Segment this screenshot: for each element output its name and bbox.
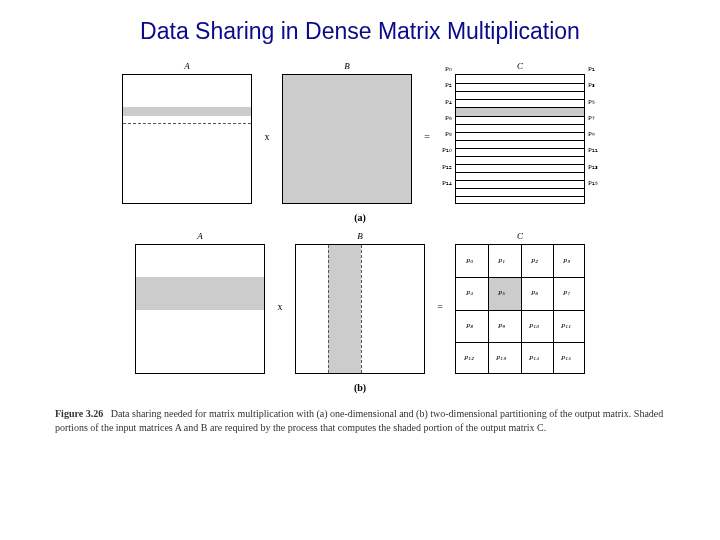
dashed-B-l [328,245,329,373]
cell: P₁₀ [529,322,539,330]
cell: P₇ [563,289,570,297]
times-op-a: x [262,61,272,142]
dashed-A [123,123,251,124]
cell: P₅ [498,289,505,297]
cell: P₁₃ [496,354,506,362]
cell: P₁ [498,257,505,265]
times-op-b: x [275,231,285,312]
cell: P₁₁ [561,322,571,330]
matrix-B-b: B [295,231,425,374]
box-A-a [122,74,252,204]
plabel: P₇ [588,114,598,122]
label-C2: C [517,231,523,241]
label-A: A [184,61,190,71]
c-labels-left: P₀ P₂ P₄ P₆ P₈ P₁₀ P₁₂ P₁₄ [442,61,452,191]
plabel: P₁₅ [588,179,598,187]
box-B-b [295,244,425,374]
box-B-a [282,74,412,204]
plabel: P₈ [442,130,452,138]
cell: P₂ [531,257,538,265]
cell: P₁₅ [561,354,571,362]
caption-figno: Figure 3.26 [55,408,103,419]
page-title: Data Sharing in Dense Matrix Multiplicat… [0,0,720,53]
sub-a: (a) [55,212,665,223]
plabel: P₀ [442,65,452,73]
equals-op-a: = [422,61,432,142]
shade-A-rowblock [136,277,264,310]
plabel: P₁₀ [442,146,452,154]
plabel: P₃ [588,81,598,89]
matrix-C-b: C P₀ P₁ P₂ P₃ P₄ P₅ P₆ P₇ P₈ P₉ P₁₀ P₁₁ … [455,231,585,374]
box-C-a [455,74,585,204]
matrix-C-a-wrap: P₀ P₂ P₄ P₆ P₈ P₁₀ P₁₂ P₁₄ C [442,61,598,204]
cell: P₁₄ [529,354,539,362]
plabel: P₅ [588,98,598,106]
plabel: P₂ [442,81,452,89]
plabel: P₁ [588,65,598,73]
label-A2: A [197,231,203,241]
plabel: P₄ [442,98,452,106]
caption-text: Data sharing needed for matrix multiplic… [55,408,663,433]
plabel: P₆ [442,114,452,122]
shade-C-row [456,107,584,116]
cell: P₉ [498,322,505,330]
figure-caption: Figure 3.26 Data sharing needed for matr… [0,393,720,434]
figure-area: A x B = P₀ P₂ P₄ P₆ P₈ P₁₀ P₁₂ P₁₄ [0,61,720,393]
shade-B-colblock [328,245,361,373]
plabel: P₁₂ [442,163,452,171]
plabel: P₁₁ [588,146,598,154]
cell: P₁₂ [464,354,474,362]
label-B: B [344,61,350,71]
cell: P₀ [466,257,473,265]
cell: P₄ [466,289,473,297]
c-labels-right: P₁ P₃ P₅ P₇ P₉ P₁₁ P₁₃ P₁₅ [588,61,598,191]
box-A-b [135,244,265,374]
plabel: P₉ [588,130,598,138]
plabel: P₁₃ [588,163,598,171]
cell: P₆ [531,289,538,297]
matrix-B-a: B [282,61,412,204]
shade-A-row [123,107,251,116]
row-a: A x B = P₀ P₂ P₄ P₆ P₈ P₁₀ P₁₂ P₁₄ [55,61,665,204]
cell: P₈ [466,322,473,330]
matrix-A-b: A [135,231,265,374]
matrix-A-a: A [122,61,252,204]
box-C-b: P₀ P₁ P₂ P₃ P₄ P₅ P₆ P₇ P₈ P₉ P₁₀ P₁₁ P₁… [455,244,585,374]
plabel: P₁₄ [442,179,452,187]
sub-b: (b) [55,382,665,393]
equals-op-b: = [435,231,445,312]
dashed-B-r [361,245,362,373]
row-b: A x B = C P₀ P₁ P₂ P₃ [55,231,665,374]
cell: P₃ [563,257,570,265]
label-C: C [517,61,523,71]
label-B2: B [357,231,363,241]
